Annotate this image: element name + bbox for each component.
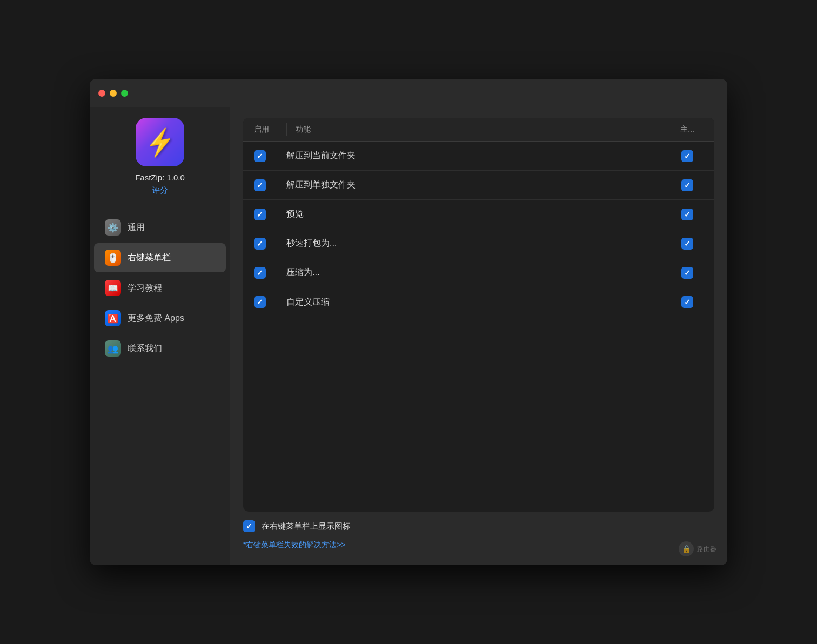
sidebar-item-label-contact: 联系我们 [128,343,162,354]
table-row: ✓ 解压到单独文件夹 ✓ [243,171,714,200]
maximize-button[interactable] [121,90,128,97]
nav-list: ⚙️ 通用 🖱️ 右键菜单栏 📖 学习教程 🅰️ 更多免费 Apps 👥 [90,212,230,364]
main-cell-3: ✓ [671,209,704,220]
sidebar-item-contact[interactable]: 👥 联系我们 [94,334,226,363]
enable-checkbox-5[interactable]: ✓ [254,267,266,279]
titlebar [90,79,727,107]
watermark-icon: 🔒 [679,541,694,556]
traffic-lights [98,90,128,97]
app-icon: ⚡ [136,118,184,166]
enable-checkbox-4[interactable]: ✓ [254,238,266,250]
header-enable: 启用 [254,125,286,135]
cursor-icon: 🖱️ [105,250,121,266]
main-cell-5: ✓ [671,267,704,279]
function-label-5: 压缩为... [286,267,671,278]
main-checkbox-3[interactable]: ✓ [681,209,693,220]
main-checkbox-4[interactable]: ✓ [681,238,693,250]
function-label-4: 秒速打包为... [286,238,671,249]
main-checkbox-6[interactable]: ✓ [681,296,693,308]
table-row: ✓ 秒速打包为... ✓ [243,229,714,258]
watermark: 🔒 路由器 [679,541,716,556]
function-label-1: 解压到当前文件夹 [286,150,671,162]
sidebar-item-label-more-apps: 更多免费 Apps [128,313,184,324]
apps-icon: 🅰️ [105,310,121,326]
enable-cell-4: ✓ [254,238,286,250]
function-label-6: 自定义压缩 [286,297,671,308]
table-row: ✓ 解压到当前文件夹 ✓ [243,142,714,171]
main-content: 启用 功能 主... ✓ 解压到当前文件夹 [230,107,727,565]
help-link[interactable]: *右键菜单栏失效的解决方法>> [243,540,346,549]
minimize-button[interactable] [110,90,117,97]
header-separator-2 [662,123,662,136]
function-label-2: 解压到单独文件夹 [286,179,671,191]
close-button[interactable] [98,90,105,97]
rating-link[interactable]: 评分 [152,185,168,196]
enable-checkbox-6[interactable]: ✓ [254,296,266,308]
enable-cell-2: ✓ [254,179,286,191]
sidebar-item-label-general: 通用 [128,222,145,233]
watermark-site: 路由器 [697,545,716,554]
sidebar-item-context-menu[interactable]: 🖱️ 右键菜单栏 [94,243,226,272]
table-body: ✓ 解压到当前文件夹 ✓ [243,142,714,512]
book-icon: 📖 [105,280,121,296]
enable-cell-6: ✓ [254,296,286,308]
header-separator-1 [286,123,287,136]
sidebar-item-more-apps[interactable]: 🅰️ 更多免费 Apps [94,304,226,333]
enable-checkbox-3[interactable]: ✓ [254,209,266,220]
table-header: 启用 功能 主... [243,118,714,142]
enable-cell-5: ✓ [254,267,286,279]
main-checkbox-5[interactable]: ✓ [681,267,693,279]
main-cell-6: ✓ [671,296,704,308]
bottom-section: ✓ 在右键菜单栏上显示图标 *右键菜单栏失效的解决方法>> [243,512,714,554]
main-cell-1: ✓ [671,150,704,162]
header-main: 主... [671,125,704,135]
enable-checkbox-1[interactable]: ✓ [254,150,266,162]
main-checkbox-2[interactable]: ✓ [681,179,693,191]
contact-icon: 👥 [105,340,121,357]
enable-cell-3: ✓ [254,209,286,220]
sidebar-item-label-context-menu: 右键菜单栏 [128,252,171,264]
lightning-icon: ⚡ [142,125,178,159]
app-name: FastZip: 1.0.0 [135,173,185,182]
table-row: ✓ 压缩为... ✓ [243,258,714,287]
gear-icon: ⚙️ [105,219,121,236]
table-row: ✓ 预览 ✓ [243,200,714,229]
enable-checkbox-2[interactable]: ✓ [254,179,266,191]
sidebar-item-general[interactable]: ⚙️ 通用 [94,213,226,242]
function-label-3: 预览 [286,209,671,220]
sidebar: ⚡ FastZip: 1.0.0 评分 ⚙️ 通用 🖱️ 右键菜单栏 📖 学习教… [90,107,230,565]
main-cell-2: ✓ [671,179,704,191]
show-icon-row: ✓ 在右键菜单栏上显示图标 [243,520,714,532]
feature-table: 启用 功能 主... ✓ 解压到当前文件夹 [243,118,714,512]
sidebar-item-label-tutorial: 学习教程 [128,283,162,294]
main-checkbox-1[interactable]: ✓ [681,150,693,162]
sidebar-item-tutorial[interactable]: 📖 学习教程 [94,273,226,303]
table-row: ✓ 自定义压缩 ✓ [243,287,714,317]
header-function: 功能 [296,125,662,135]
main-cell-4: ✓ [671,238,704,250]
show-icon-checkbox[interactable]: ✓ [243,520,255,532]
enable-cell-1: ✓ [254,150,286,162]
show-icon-label: 在右键菜单栏上显示图标 [262,521,351,532]
